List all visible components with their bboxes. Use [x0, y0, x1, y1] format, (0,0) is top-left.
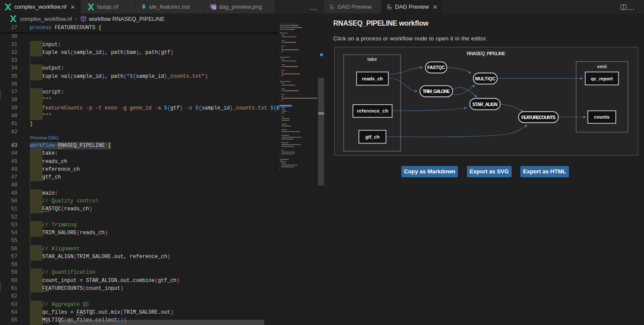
svg-text:take: take: [367, 56, 377, 62]
svg-text:TRIM_GALORE: TRIM_GALORE: [423, 89, 450, 94]
svg-text:gtf_ch: gtf_ch: [365, 134, 380, 139]
svg-text:FEATURECOUNTS: FEATURECOUNTS: [521, 115, 555, 120]
svg-text:reads_ch: reads_ch: [362, 76, 383, 81]
svg-text:counts: counts: [594, 114, 610, 119]
svg-text:emit: emit: [597, 64, 607, 69]
svg-text:STAR_ALIGN: STAR_ALIGN: [473, 102, 498, 107]
svg-text:reference_ch: reference_ch: [357, 108, 388, 113]
svg-text:FASTQC: FASTQC: [427, 65, 445, 70]
svg-text:qc_report: qc_report: [591, 76, 613, 81]
svg-text:RNASEQ_PIPELINE: RNASEQ_PIPELINE: [467, 51, 506, 56]
svg-text:MULTIQC: MULTIQC: [475, 76, 496, 81]
